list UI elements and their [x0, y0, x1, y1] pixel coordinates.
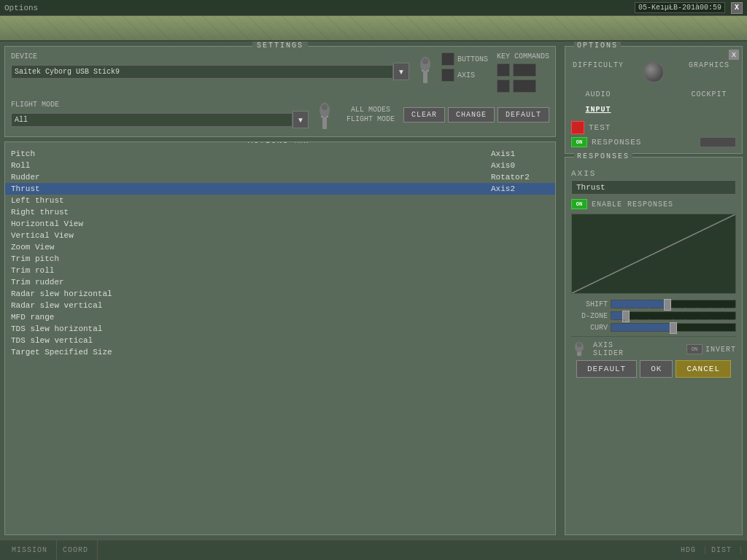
action-name: Zoom View — [11, 243, 491, 252]
action-name: TDS slew vertical — [11, 336, 491, 345]
curv-label: CURV — [571, 324, 608, 332]
buttons-square — [441, 52, 454, 66]
action-row[interactable]: ThrustAxis2 — [5, 183, 555, 195]
action-row[interactable]: RudderRotator2 — [5, 171, 555, 183]
curv-slider-track[interactable] — [611, 323, 736, 332]
action-axis: Rotator2 — [491, 173, 549, 182]
action-axis — [491, 301, 549, 310]
left-panel: SETTINGS DEVICE ▼ — [0, 42, 560, 540]
window-close-button[interactable]: X — [731, 2, 743, 14]
change-button[interactable]: CHANGE — [448, 107, 495, 122]
axis-label: AXIS — [457, 71, 475, 79]
action-name: MFD range — [11, 313, 491, 322]
device-dropdown-button[interactable]: ▼ — [393, 63, 409, 80]
action-name: Pitch — [11, 149, 491, 158]
action-row[interactable]: Target Specified Size — [5, 346, 555, 358]
kc-square-wide2 — [513, 79, 536, 93]
flight-mode-dropdown-button[interactable]: ▼ — [293, 111, 309, 128]
responses-box: RESPONSES AXIS ON ENABLE RESPONSES SHIFT — [565, 157, 743, 535]
action-row[interactable]: Zoom View — [5, 241, 555, 253]
menu-item-audio[interactable]: AUDIO — [571, 88, 625, 101]
menu-item-cockpit[interactable]: COCKPIT — [682, 88, 736, 101]
options-box-title: OPTIONS — [574, 42, 621, 50]
invert-section: ON INVERT — [686, 344, 736, 354]
action-row[interactable]: Radar slew horizontal — [5, 288, 555, 300]
buttons-label: BUTTONS — [457, 55, 488, 63]
device-label: DEVICE — [11, 52, 409, 61]
action-axis — [491, 231, 549, 240]
axis-name-field[interactable] — [571, 180, 736, 195]
cancel-button[interactable]: CANCEL — [676, 360, 731, 378]
actions-list[interactable]: PitchAxis1RollAxis0RudderRotator2ThrustA… — [5, 148, 555, 533]
axis-section-label: AXIS — [571, 169, 736, 178]
action-buttons: CLEAR CHANGE DEFAULT — [403, 107, 549, 122]
action-axis — [491, 266, 549, 275]
dzone-ticks — [611, 308, 735, 311]
action-row[interactable]: TDS slew horizontal — [5, 323, 555, 335]
action-name: Left thrust — [11, 196, 491, 205]
shift-fill — [611, 300, 667, 308]
kc-square2 — [497, 79, 510, 93]
curv-thumb — [670, 322, 677, 334]
curv-slider-row: CURV — [571, 323, 736, 332]
invert-on-button[interactable]: ON — [686, 344, 703, 354]
stick-icon — [418, 55, 433, 85]
action-row[interactable]: PitchAxis1 — [5, 148, 555, 160]
action-row[interactable]: Horizontal View — [5, 218, 555, 230]
action-row[interactable]: TDS slew vertical — [5, 335, 555, 346]
status-right: HDG DIST — [675, 546, 741, 554]
action-row[interactable]: Trim pitch — [5, 253, 555, 265]
action-axis — [491, 196, 549, 205]
hdg-status-item: HDG — [675, 546, 705, 554]
coord-status-item: COORD — [57, 540, 98, 560]
action-name: Radar slew horizontal — [11, 289, 491, 298]
main-area: SETTINGS DEVICE ▼ — [0, 42, 747, 540]
test-label: TEST — [589, 123, 611, 132]
action-row[interactable]: Radar slew vertical — [5, 300, 555, 311]
responses-row: ON RESPONSES — [571, 137, 736, 147]
device-select-container: ▼ — [11, 63, 409, 80]
svg-point-11 — [577, 343, 581, 347]
menu-item-graphics[interactable]: GRAPHICS — [682, 58, 736, 86]
action-row[interactable]: MFD range — [5, 311, 555, 323]
enable-responses-button[interactable]: ON — [571, 199, 587, 209]
action-axis — [491, 243, 549, 252]
flight-mode-input[interactable] — [11, 113, 293, 127]
key-commands-label: KEY COMMANDS — [497, 52, 549, 61]
mission-label: MISSION — [12, 546, 47, 554]
axis-square — [441, 69, 454, 82]
dial-icon — [643, 61, 665, 83]
device-section: DEVICE ▼ — [11, 52, 409, 80]
kc-square-wide1 — [513, 63, 536, 77]
title-bar-right: 05-KeıμŁB-201à00:59 X — [635, 2, 743, 14]
options-close-button[interactable]: X — [729, 50, 739, 60]
action-axis — [491, 313, 549, 322]
action-axis — [491, 324, 549, 333]
flight-mode-section: FLIGHT MODE ▼ — [11, 101, 309, 128]
default-settings-button[interactable]: DEFAULT — [498, 107, 549, 122]
action-row[interactable]: Vertical View — [5, 230, 555, 241]
bottom-default-button[interactable]: DEFAULT — [576, 360, 637, 378]
action-row[interactable]: Left thrust — [5, 195, 555, 206]
action-name: Rudder — [11, 173, 491, 182]
dzone-label: D-ZONE — [571, 312, 608, 320]
svg-point-3 — [422, 58, 428, 64]
action-row[interactable]: Right thrust — [5, 206, 555, 218]
action-name: Horizontal View — [11, 219, 491, 228]
ok-button[interactable]: OK — [640, 360, 673, 378]
action-axis — [491, 254, 549, 263]
options-menu-grid: DIFFICULTY GRAPHICS AUDIO COCKPIT INPUT — [571, 58, 736, 117]
action-row[interactable]: Trim rudder — [5, 276, 555, 288]
kc-row2 — [497, 79, 549, 93]
shift-label: SHIFT — [571, 300, 608, 308]
clear-button[interactable]: CLEAR — [403, 107, 445, 122]
curv-fill — [611, 324, 673, 331]
svg-point-7 — [322, 104, 328, 110]
action-row[interactable]: RollAxis0 — [5, 160, 555, 171]
menu-item-difficulty[interactable]: DIFFICULTY — [571, 58, 625, 86]
action-row[interactable]: Trim roll — [5, 265, 555, 276]
menu-item-input[interactable]: INPUT — [571, 103, 625, 117]
action-axis: Axis1 — [491, 149, 549, 158]
flight-mode-select-container: ▼ — [11, 111, 309, 128]
device-input[interactable] — [11, 65, 393, 79]
